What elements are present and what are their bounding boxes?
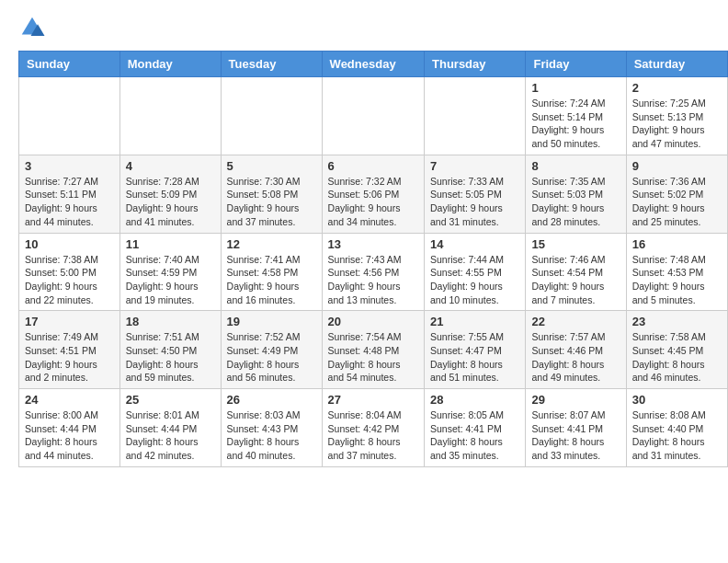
day-info: Sunrise: 7:27 AMSunset: 5:11 PMDaylight:… (25, 175, 114, 229)
day-info: Sunrise: 7:38 AMSunset: 5:00 PMDaylight:… (25, 253, 114, 307)
calendar-day-19: 19Sunrise: 7:52 AMSunset: 4:49 PMDayligh… (221, 311, 322, 389)
calendar-day-29: 29Sunrise: 8:07 AMSunset: 4:41 PMDayligh… (526, 389, 626, 467)
calendar-day-empty (425, 77, 526, 155)
day-number: 23 (632, 315, 722, 328)
day-number: 6 (328, 159, 418, 173)
day-number: 16 (632, 237, 722, 251)
calendar-day-18: 18Sunrise: 7:51 AMSunset: 4:50 PMDayligh… (119, 311, 221, 389)
calendar-day-23: 23Sunrise: 7:58 AMSunset: 4:45 PMDayligh… (626, 311, 727, 389)
day-info: Sunrise: 7:55 AMSunset: 4:47 PMDaylight:… (430, 330, 519, 385)
calendar-day-2: 2Sunrise: 7:25 AMSunset: 5:13 PMDaylight… (626, 77, 727, 155)
page-container: SundayMondayTuesdayWednesdayThursdayFrid… (0, 0, 728, 477)
day-number: 14 (430, 237, 519, 251)
day-number: 20 (328, 315, 418, 328)
day-info: Sunrise: 7:44 AMSunset: 4:55 PMDaylight:… (430, 253, 519, 307)
day-info: Sunrise: 8:00 AMSunset: 4:44 PMDaylight:… (25, 408, 114, 463)
calendar-day-17: 17Sunrise: 7:49 AMSunset: 4:51 PMDayligh… (19, 311, 120, 389)
logo (18, 14, 51, 41)
day-info: Sunrise: 7:46 AMSunset: 4:54 PMDaylight:… (531, 253, 620, 307)
day-info: Sunrise: 7:30 AMSunset: 5:08 PMDaylight:… (227, 175, 316, 229)
day-number: 15 (531, 237, 620, 251)
day-info: Sunrise: 7:52 AMSunset: 4:49 PMDaylight:… (227, 330, 316, 385)
day-number: 4 (126, 159, 215, 173)
day-number: 24 (25, 393, 114, 407)
day-info: Sunrise: 7:40 AMSunset: 4:59 PMDaylight:… (126, 253, 215, 307)
calendar-day-9: 9Sunrise: 7:36 AMSunset: 5:02 PMDaylight… (626, 155, 727, 233)
day-info: Sunrise: 7:54 AMSunset: 4:48 PMDaylight:… (328, 330, 418, 385)
day-number: 12 (227, 237, 316, 251)
calendar-day-5: 5Sunrise: 7:30 AMSunset: 5:08 PMDaylight… (221, 155, 322, 233)
page-header (0, 0, 728, 51)
day-number: 19 (227, 315, 316, 328)
calendar-day-22: 22Sunrise: 7:57 AMSunset: 4:46 PMDayligh… (526, 311, 626, 389)
day-header-saturday: Saturday (626, 52, 727, 77)
calendar-day-1: 1Sunrise: 7:24 AMSunset: 5:14 PMDaylight… (526, 77, 626, 155)
day-info: Sunrise: 7:57 AMSunset: 4:46 PMDaylight:… (531, 330, 620, 385)
calendar-day-6: 6Sunrise: 7:32 AMSunset: 5:06 PMDaylight… (322, 155, 424, 233)
day-info: Sunrise: 7:28 AMSunset: 5:09 PMDaylight:… (126, 175, 215, 229)
day-number: 17 (25, 315, 114, 328)
calendar-table: SundayMondayTuesdayWednesdayThursdayFrid… (18, 51, 728, 467)
calendar-day-13: 13Sunrise: 7:43 AMSunset: 4:56 PMDayligh… (322, 233, 424, 311)
day-header-tuesday: Tuesday (221, 52, 322, 77)
calendar-day-11: 11Sunrise: 7:40 AMSunset: 4:59 PMDayligh… (119, 233, 221, 311)
day-number: 25 (126, 393, 215, 407)
calendar-day-empty (322, 77, 424, 155)
calendar-day-21: 21Sunrise: 7:55 AMSunset: 4:47 PMDayligh… (425, 311, 526, 389)
day-number: 29 (531, 393, 620, 407)
day-number: 10 (25, 237, 114, 251)
logo-icon (18, 14, 46, 41)
day-info: Sunrise: 8:05 AMSunset: 4:41 PMDaylight:… (430, 408, 519, 463)
calendar-week-row: 3Sunrise: 7:27 AMSunset: 5:11 PMDaylight… (19, 155, 728, 233)
calendar-day-14: 14Sunrise: 7:44 AMSunset: 4:55 PMDayligh… (425, 233, 526, 311)
day-info: Sunrise: 8:07 AMSunset: 4:41 PMDaylight:… (531, 408, 620, 463)
day-info: Sunrise: 8:08 AMSunset: 4:40 PMDaylight:… (632, 408, 722, 463)
calendar-day-7: 7Sunrise: 7:33 AMSunset: 5:05 PMDaylight… (425, 155, 526, 233)
day-number: 13 (328, 237, 418, 251)
day-info: Sunrise: 7:48 AMSunset: 4:53 PMDaylight:… (632, 253, 722, 307)
calendar-day-15: 15Sunrise: 7:46 AMSunset: 4:54 PMDayligh… (526, 233, 626, 311)
day-number: 5 (227, 159, 316, 173)
calendar-day-26: 26Sunrise: 8:03 AMSunset: 4:43 PMDayligh… (221, 389, 322, 467)
calendar-day-4: 4Sunrise: 7:28 AMSunset: 5:09 PMDaylight… (119, 155, 221, 233)
day-info: Sunrise: 7:41 AMSunset: 4:58 PMDaylight:… (227, 253, 316, 307)
calendar-week-row: 17Sunrise: 7:49 AMSunset: 4:51 PMDayligh… (19, 311, 728, 389)
day-number: 27 (328, 393, 418, 407)
day-header-wednesday: Wednesday (322, 52, 424, 77)
calendar-week-row: 24Sunrise: 8:00 AMSunset: 4:44 PMDayligh… (19, 389, 728, 467)
calendar-day-empty (119, 77, 221, 155)
day-number: 28 (430, 393, 519, 407)
calendar-wrapper: SundayMondayTuesdayWednesdayThursdayFrid… (0, 51, 728, 477)
day-info: Sunrise: 7:24 AMSunset: 5:14 PMDaylight:… (531, 97, 620, 151)
day-header-thursday: Thursday (425, 52, 526, 77)
day-number: 9 (632, 159, 722, 173)
day-number: 7 (430, 159, 519, 173)
day-number: 21 (430, 315, 519, 328)
day-info: Sunrise: 8:03 AMSunset: 4:43 PMDaylight:… (227, 408, 316, 463)
day-info: Sunrise: 8:04 AMSunset: 4:42 PMDaylight:… (328, 408, 418, 463)
day-info: Sunrise: 7:43 AMSunset: 4:56 PMDaylight:… (328, 253, 418, 307)
day-header-friday: Friday (526, 52, 626, 77)
day-info: Sunrise: 7:25 AMSunset: 5:13 PMDaylight:… (632, 97, 722, 151)
day-number: 30 (632, 393, 722, 407)
day-info: Sunrise: 7:58 AMSunset: 4:45 PMDaylight:… (632, 330, 722, 385)
calendar-day-28: 28Sunrise: 8:05 AMSunset: 4:41 PMDayligh… (425, 389, 526, 467)
calendar-day-20: 20Sunrise: 7:54 AMSunset: 4:48 PMDayligh… (322, 311, 424, 389)
calendar-day-30: 30Sunrise: 8:08 AMSunset: 4:40 PMDayligh… (626, 389, 727, 467)
calendar-header-row: SundayMondayTuesdayWednesdayThursdayFrid… (19, 52, 728, 77)
calendar-day-16: 16Sunrise: 7:48 AMSunset: 4:53 PMDayligh… (626, 233, 727, 311)
calendar-day-8: 8Sunrise: 7:35 AMSunset: 5:03 PMDaylight… (526, 155, 626, 233)
day-header-sunday: Sunday (19, 52, 120, 77)
calendar-day-empty (19, 77, 120, 155)
day-number: 18 (126, 315, 215, 328)
day-info: Sunrise: 7:35 AMSunset: 5:03 PMDaylight:… (531, 175, 620, 229)
calendar-week-row: 10Sunrise: 7:38 AMSunset: 5:00 PMDayligh… (19, 233, 728, 311)
day-info: Sunrise: 7:36 AMSunset: 5:02 PMDaylight:… (632, 175, 722, 229)
day-number: 8 (531, 159, 620, 173)
day-header-monday: Monday (119, 52, 221, 77)
day-number: 3 (25, 159, 114, 173)
day-number: 2 (632, 81, 722, 95)
calendar-day-12: 12Sunrise: 7:41 AMSunset: 4:58 PMDayligh… (221, 233, 322, 311)
day-info: Sunrise: 7:32 AMSunset: 5:06 PMDaylight:… (328, 175, 418, 229)
day-number: 11 (126, 237, 215, 251)
